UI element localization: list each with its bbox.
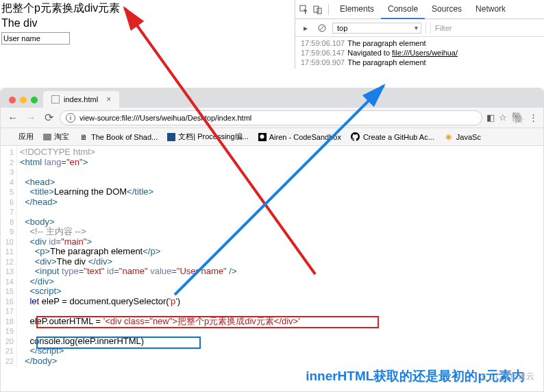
bookmark-folder[interactable]: 淘宝	[43, 132, 69, 142]
highlight-box-blue	[36, 336, 201, 349]
rendered-page-output: 把整个p元素换成div元素 The div	[0, 0, 295, 46]
minimize-window-icon[interactable]	[20, 97, 27, 103]
close-window-icon[interactable]	[9, 97, 16, 103]
source-line: <p>The paragraph element</p>	[20, 247, 543, 257]
source-line: let eleP = document.querySelector('p')	[20, 297, 543, 307]
apps-icon	[6, 132, 16, 142]
source-line	[20, 167, 543, 177]
source-line: <!DOCTYPE html>	[20, 147, 543, 158]
star-icon[interactable]: ☆	[499, 112, 507, 123]
source-line: <html lang="en">	[20, 158, 543, 168]
processing-icon	[167, 133, 175, 141]
page-icon: 🗎	[79, 132, 88, 142]
browser-tab[interactable]: index.html ×	[43, 91, 119, 108]
clear-console-icon[interactable]	[316, 22, 328, 34]
line-gutter: 12345678910111213141516171819202122	[1, 146, 17, 367]
back-button[interactable]: ←	[6, 112, 20, 124]
browser-tabbar: index.html ×	[1, 88, 543, 108]
forward-button[interactable]: →	[24, 112, 38, 124]
apps-button[interactable]: 应用	[6, 132, 34, 142]
github-icon	[351, 132, 360, 142]
source-lines: <!DOCTYPE html><html lang="en"> <head> <…	[17, 146, 543, 367]
inspect-icon[interactable]	[298, 3, 310, 16]
device-icon[interactable]	[312, 3, 324, 16]
source-line: <script>	[20, 286, 543, 297]
bookmark-item[interactable]: ◉JavaSc	[444, 132, 481, 142]
devtools-tabbar: ElementsConsoleSourcesNetwork	[295, 0, 544, 19]
source-view: 12345678910111213141516171819202122 <!DO…	[1, 146, 543, 367]
tab-title: index.html	[64, 95, 98, 103]
bookmark-item[interactable]: 文档| Processing编...	[167, 132, 249, 142]
devtools-tab-elements[interactable]: Elements	[333, 0, 381, 19]
evernote-icon[interactable]: 🐘	[511, 111, 525, 124]
address-bar[interactable]: i view-source:file:///Users/weihua/Deskt…	[60, 110, 482, 125]
console-toolbar: ▸ top Filter	[295, 19, 544, 37]
highlight-box-red	[36, 316, 379, 328]
devtools-tab-sources[interactable]: Sources	[425, 0, 469, 19]
console-line: 17:59:06.107The paragraph element	[295, 38, 544, 48]
source-line: <head>	[20, 177, 543, 188]
maximize-window-icon[interactable]	[31, 97, 38, 103]
svg-rect-2	[317, 8, 321, 14]
file-icon	[51, 95, 60, 103]
browser-window: index.html × ← → ⟳ i view-source:file://…	[0, 88, 544, 392]
source-line	[20, 306, 543, 317]
source-line: <div id="main">	[20, 237, 543, 247]
browser-toolbar: ← → ⟳ i view-source:file:///Users/weihua…	[1, 108, 543, 128]
bookmarks-bar: 应用 淘宝 🗎The Book of Shad... 文档| Processin…	[1, 128, 543, 146]
bookmark-item[interactable]: Create a GitHub Ac...	[351, 132, 434, 142]
site-info-icon[interactable]: i	[66, 113, 75, 123]
source-line: <!-- 主内容 -->	[20, 227, 543, 237]
devtools-tab-network[interactable]: Network	[469, 0, 512, 19]
close-tab-icon[interactable]: ×	[106, 95, 111, 104]
reload-button[interactable]: ⟳	[42, 111, 55, 124]
bookmark-item[interactable]: ⬢Airen - CodeSandbox	[258, 133, 341, 141]
svg-rect-1	[314, 6, 319, 12]
output-input[interactable]	[1, 32, 70, 45]
sidebar-toggle-icon[interactable]: ▸	[299, 22, 312, 34]
console-line: 17:59:06.147Navigated to file:///Users/w…	[295, 48, 544, 58]
window-controls	[6, 97, 43, 108]
codesandbox-icon: ⬢	[258, 133, 267, 141]
output-heading: 把整个p元素换成div元素	[1, 1, 293, 16]
output-div-text: The div	[1, 17, 293, 29]
source-line: </head>	[20, 197, 543, 208]
bookmark-item[interactable]: 🗎The Book of Shad...	[79, 132, 158, 142]
source-line: <title>Learning the DOM</title>	[20, 187, 543, 197]
svg-line-4	[319, 25, 325, 31]
folder-icon	[43, 134, 51, 140]
url-text: view-source:file:///Users/weihua/Desktop…	[79, 114, 251, 122]
source-line: </body>	[20, 356, 543, 367]
console-filter-input[interactable]: Filter	[430, 23, 540, 34]
source-line: <div>The div </div>	[20, 257, 543, 267]
devtools-panel: ElementsConsoleSourcesNetwork ▸ top Filt…	[295, 0, 544, 69]
context-selector[interactable]: top	[332, 23, 421, 34]
source-line: <body>	[20, 217, 543, 228]
console-output: 17:59:06.107The paragraph element17:59:0…	[295, 37, 544, 69]
source-line	[20, 207, 543, 217]
watermark: 亿速云	[482, 371, 534, 382]
extension-icon[interactable]: ◧	[486, 112, 495, 123]
menu-icon[interactable]: ⋮	[529, 112, 538, 123]
devtools-tab-console[interactable]: Console	[381, 0, 425, 19]
console-line: 17:59:09.907The paragraph element	[295, 58, 544, 67]
source-line: </div>	[20, 277, 543, 287]
js-icon: ◉	[444, 132, 454, 142]
source-line: <input type="text" id="name" value="User…	[20, 267, 543, 277]
